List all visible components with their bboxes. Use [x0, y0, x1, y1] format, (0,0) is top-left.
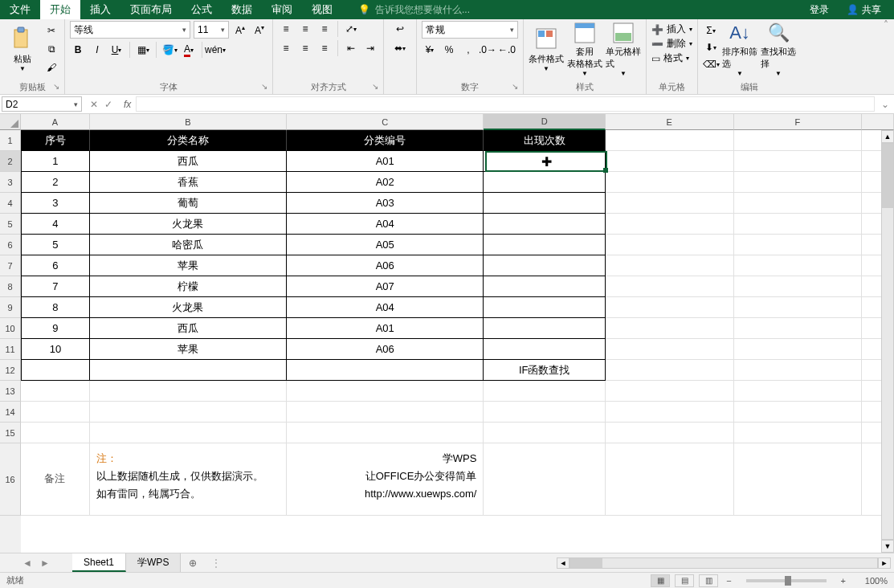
cell[interactable]	[734, 214, 863, 235]
zoom-slider-knob[interactable]	[785, 576, 791, 586]
cell[interactable]: 1	[21, 151, 90, 172]
merge-center-button[interactable]: ⬌▾	[389, 40, 411, 56]
column-header[interactable]: B	[90, 114, 287, 130]
cell[interactable]: IF函数查找	[484, 360, 606, 381]
cell[interactable]	[734, 318, 863, 339]
cell[interactable]	[734, 297, 863, 318]
scroll-thumb[interactable]	[570, 558, 602, 568]
font-family-combo[interactable]: 等线▾	[70, 21, 190, 39]
increase-decimal-button[interactable]: .0→	[480, 42, 496, 58]
cell[interactable]	[90, 360, 287, 381]
autosum-button[interactable]: Σ▾	[703, 22, 719, 39]
cell[interactable]	[734, 402, 863, 423]
cell[interactable]	[734, 443, 863, 516]
paste-button[interactable]: 粘贴 ▼	[5, 21, 40, 77]
expand-formula-bar-button[interactable]: ⌄	[876, 95, 894, 113]
cell[interactable]	[484, 443, 606, 516]
align-right-button[interactable]: ≡	[316, 40, 333, 56]
cell[interactable]	[734, 193, 863, 214]
tab-home[interactable]: 开始	[40, 0, 80, 19]
cell[interactable]: 6	[21, 255, 90, 276]
sheet-nav-next-button[interactable]: ►	[40, 557, 50, 569]
cell[interactable]	[287, 381, 484, 402]
cell[interactable]: 哈密瓜	[90, 235, 287, 255]
row-header[interactable]: 14	[0, 402, 21, 423]
cell[interactable]	[606, 443, 734, 516]
cell[interactable]	[606, 172, 734, 193]
cell[interactable]	[734, 255, 863, 276]
cell[interactable]	[21, 360, 90, 381]
normal-view-button[interactable]: ▦	[651, 574, 670, 587]
row-header[interactable]: 8	[0, 276, 21, 297]
column-header[interactable]: D	[484, 114, 606, 130]
decrease-indent-button[interactable]: ⇤	[343, 40, 359, 56]
cell[interactable]: 10	[21, 339, 90, 360]
cell[interactable]: A07	[287, 276, 484, 297]
scroll-up-button[interactable]: ▲	[881, 130, 894, 143]
cell[interactable]	[606, 297, 734, 318]
align-left-button[interactable]: ≡	[278, 40, 294, 56]
table-header[interactable]: 分类编号	[287, 130, 484, 151]
cell[interactable]: 火龙果	[90, 297, 287, 318]
tab-data[interactable]: 数据	[222, 0, 262, 19]
number-launcher[interactable]: ↘	[512, 81, 518, 92]
format-cells-button[interactable]: ▭格式▾	[651, 51, 692, 65]
row-header[interactable]: 11	[0, 339, 21, 360]
tab-page-layout[interactable]: 页面布局	[120, 0, 182, 19]
cell[interactable]: A03	[287, 193, 484, 214]
cell[interactable]	[484, 276, 606, 297]
cell[interactable]	[734, 276, 863, 297]
cell[interactable]	[606, 423, 734, 443]
cell[interactable]: 苹果	[90, 339, 287, 360]
cell[interactable]	[606, 214, 734, 235]
cell[interactable]	[484, 255, 606, 276]
tab-view[interactable]: 视图	[302, 0, 342, 19]
tab-splitter[interactable]: ⋮	[211, 557, 216, 569]
page-layout-view-button[interactable]: ▤	[675, 574, 694, 587]
cell-notes-right[interactable]: 学WPS 让OFFICE办公变得简单 http://www.xuewps.com…	[287, 443, 484, 516]
cell[interactable]	[484, 423, 606, 443]
tab-formulas[interactable]: 公式	[182, 0, 222, 19]
cell[interactable]	[606, 339, 734, 360]
sheet-tab[interactable]: Sheet1	[72, 553, 126, 572]
sort-filter-button[interactable]: A↓排序和筛选▼	[722, 21, 757, 77]
decrease-font-button[interactable]: A▾	[251, 22, 267, 38]
row-header[interactable]: 9	[0, 297, 21, 318]
cell[interactable]	[606, 402, 734, 423]
cell[interactable]	[484, 339, 606, 360]
cell[interactable]	[287, 423, 484, 443]
clear-button[interactable]: ⌫▾	[703, 56, 719, 72]
scroll-thumb[interactable]	[882, 144, 893, 208]
format-painter-button[interactable]: 🖌	[43, 59, 59, 76]
scroll-down-button[interactable]: ▼	[881, 540, 894, 553]
cell[interactable]: A01	[287, 151, 484, 172]
login-button[interactable]: 登录	[802, 0, 837, 19]
cell[interactable]	[734, 381, 863, 402]
row-header[interactable]: 6	[0, 235, 21, 255]
cell[interactable]	[484, 318, 606, 339]
accounting-button[interactable]: ¥▾	[422, 42, 438, 58]
row-header[interactable]: 2	[0, 151, 21, 172]
fx-label[interactable]: fx	[119, 95, 136, 113]
row-header[interactable]: 15	[0, 423, 21, 443]
cell[interactable]	[90, 402, 287, 423]
cell[interactable]: 火龙果	[90, 214, 287, 235]
cell[interactable]	[734, 423, 863, 443]
borders-button[interactable]: ▦▾	[135, 42, 151, 58]
page-break-view-button[interactable]: ▥	[699, 574, 718, 587]
row-header[interactable]: 13	[0, 381, 21, 402]
table-header[interactable]: 分类名称	[90, 130, 287, 151]
comma-button[interactable]: ,	[460, 42, 476, 58]
cell[interactable]	[484, 193, 606, 214]
bold-button[interactable]: B	[70, 42, 86, 58]
percent-button[interactable]: %	[441, 42, 457, 58]
cell[interactable]: A06	[287, 255, 484, 276]
italic-button[interactable]: I	[89, 42, 105, 58]
increase-font-button[interactable]: A▴	[232, 22, 248, 38]
row-header[interactable]: 10	[0, 318, 21, 339]
align-bottom-button[interactable]: ≡	[316, 21, 333, 37]
cell[interactable]	[287, 360, 484, 381]
scroll-left-button[interactable]: ◄	[557, 557, 569, 569]
cell[interactable]	[484, 214, 606, 235]
cell[interactable]	[21, 402, 90, 423]
